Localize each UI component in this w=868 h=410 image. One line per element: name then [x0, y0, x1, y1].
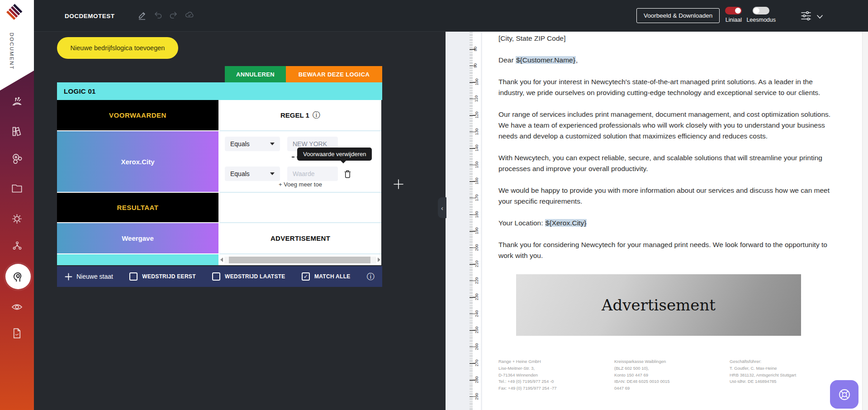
lifebuoy-icon: [837, 387, 852, 402]
scroll-left-arrow[interactable]: [220, 257, 223, 262]
sidebar-section-label: DOCUMENT: [9, 33, 14, 70]
advertisement-image: Advertisement: [516, 274, 801, 336]
paragraph: Thank you for considering Newcytech for …: [498, 239, 832, 261]
logic-panel: Nieuwe bedrijfslogica toevoegen ANNULERE…: [34, 32, 446, 410]
add-more-condition[interactable]: + Voeg meer toe: [219, 181, 381, 188]
new-state-button[interactable]: Nieuwe staat: [65, 273, 113, 281]
sidebar-item-business-logic[interactable]: [5, 264, 31, 289]
condition-field-label: Xerox.City: [57, 131, 219, 193]
xerox-city-variable[interactable]: ${Xerox.City}: [545, 219, 587, 227]
ruler-ticks: [470, 32, 473, 410]
match-all-option[interactable]: ✓ MATCH ALLE: [302, 272, 351, 281]
logic-card: LOGIC 01 VOORWAARDEN REGEL 1 ⓘ Xerox.Cit…: [57, 82, 382, 265]
delete-condition-button[interactable]: [343, 169, 352, 179]
rule-header: REGEL 1 ⓘ: [219, 100, 381, 131]
location-line: Your Location: ${Xerox.City}: [498, 218, 832, 229]
paragraph: Our range of services includes print man…: [498, 109, 832, 142]
rule-info-icon[interactable]: ⓘ: [313, 111, 320, 119]
scrollbar-thumb[interactable]: [229, 257, 370, 263]
logic-card-title: LOGIC 01: [57, 82, 382, 100]
app-window: DOCUMENT: [0, 0, 868, 410]
caret-down-icon: [270, 172, 275, 175]
settings-gear-icon[interactable]: [11, 213, 23, 225]
customer-name-variable[interactable]: ${Customer.Name}: [516, 56, 576, 64]
operator-select[interactable]: Equals: [225, 167, 280, 181]
pdf-document-icon[interactable]: [11, 327, 23, 339]
display-field-label: Weergave: [57, 223, 219, 254]
preview-download-button[interactable]: Voorbeeld & Downloaden: [636, 8, 720, 23]
cancel-button[interactable]: ANNULEREN: [225, 66, 286, 82]
sidebar-top-panel: DOCUMENT: [0, 0, 34, 91]
undo-icon[interactable]: [153, 10, 163, 21]
condition-value-input[interactable]: [287, 167, 338, 181]
collapse-panel-handle[interactable]: ‹: [438, 197, 446, 218]
document-title: DOCDEMOTEST: [65, 13, 115, 19]
horizontal-scrollbar: [219, 254, 381, 265]
scroll-right-arrow[interactable]: [378, 257, 380, 262]
add-element-button[interactable]: [393, 179, 404, 190]
footer-column: Kreissparkasse Waiblingen(BLZ 602 500 10…: [614, 358, 730, 392]
condition-row: Equals: [225, 167, 381, 181]
save-logic-button[interactable]: BEWAAR DEZE LOGICA: [286, 66, 382, 82]
caret-down-icon: [270, 143, 275, 145]
design-brush-icon[interactable]: [11, 96, 23, 108]
vertical-ruler: 8090100110120130140150160170180190200210…: [470, 32, 481, 410]
scrollbar-track[interactable]: [224, 257, 376, 263]
logic-footer-bar: Nieuwe staat WEDSTRIJD EERST WEDSTRIJD L…: [57, 266, 382, 287]
workflow-nodes-icon[interactable]: [12, 241, 22, 251]
advertisement-text: Advertisement: [602, 300, 716, 310]
settings-sliders-icon[interactable]: [800, 10, 812, 24]
app-logo-icon: [5, 3, 23, 23]
checkbox[interactable]: [129, 272, 138, 281]
head-bulb-icon: [11, 270, 25, 283]
trash-icon: [343, 169, 352, 179]
sidebar: DOCUMENT: [0, 0, 34, 410]
plus-icon: +: [279, 181, 282, 188]
redo-icon[interactable]: [169, 10, 179, 21]
edit-pencil-icon[interactable]: [137, 10, 147, 21]
color-palette-icon[interactable]: [11, 125, 23, 138]
letter-content: [City, State ZIP Code] Dear ${Customer.N…: [498, 33, 832, 392]
footer-column: Geschäftsführer:T. Goutfer, C. Max-Heine…: [730, 358, 796, 392]
delete-condition-tooltip: Voorwaarde verwijderen: [297, 148, 372, 161]
address-line: [City, State ZIP Code]: [498, 33, 832, 44]
ruler-toggle[interactable]: [725, 7, 742, 14]
checkbox[interactable]: ✓: [302, 272, 310, 281]
chevron-down-icon[interactable]: [816, 13, 823, 21]
letterhead-footer: Range + Heine GmbHLise-Meitner-Str. 3,D-…: [498, 358, 832, 392]
match-info-icon[interactable]: ⓘ: [367, 272, 375, 282]
readmode-toggle-label: Leesmodus: [746, 17, 776, 23]
conditions-header: VOORWAARDEN: [57, 100, 219, 131]
match-last-option[interactable]: WEDSTRIJD LAATSTE: [212, 272, 285, 281]
document-page[interactable]: [City, State ZIP Code] Dear ${Customer.N…: [482, 32, 868, 410]
operator-select[interactable]: Equals: [225, 137, 280, 151]
salutation-line: Dear ${Customer.Name},: [498, 55, 832, 66]
display-value: ADVERTISEMENT: [219, 223, 381, 254]
preview-eye-icon[interactable]: [11, 301, 23, 313]
document-preview-area: 8090100110120130140150160170180190200210…: [446, 32, 868, 410]
help-button[interactable]: [830, 380, 859, 409]
result-header: RESULTAAT: [57, 193, 219, 223]
ruler-toggle-label: Liniaal: [726, 17, 742, 23]
condition-editor: Equals Voorwaarde verwijderen Equals: [219, 131, 381, 193]
topbar: DOCDEMOTEST: [34, 0, 868, 32]
paragraph: Thank you for your interest in Newcytech…: [498, 76, 832, 98]
plus-icon: [65, 273, 72, 281]
add-business-logic-button[interactable]: Nieuwe bedrijfslogica toevoegen: [57, 37, 178, 59]
readmode-toggle[interactable]: [753, 7, 769, 14]
footer-column: Range + Heine GmbHLise-Meitner-Str. 3,D-…: [498, 358, 614, 392]
paragraph: We would be happy to provide you with mo…: [498, 185, 832, 207]
result-editor: [219, 193, 381, 223]
table-footer-strip: [57, 254, 219, 265]
checkbox[interactable]: [212, 272, 220, 281]
vertical-scrollbar-track[interactable]: [862, 32, 868, 410]
folder-icon[interactable]: [11, 182, 23, 194]
paragraph: With Newcytech, you can expect reliable,…: [498, 153, 832, 174]
match-first-option[interactable]: WEDSTRIJD EERST: [129, 272, 196, 281]
molecule-icon[interactable]: [11, 153, 23, 165]
cloud-saved-icon[interactable]: [185, 10, 194, 21]
